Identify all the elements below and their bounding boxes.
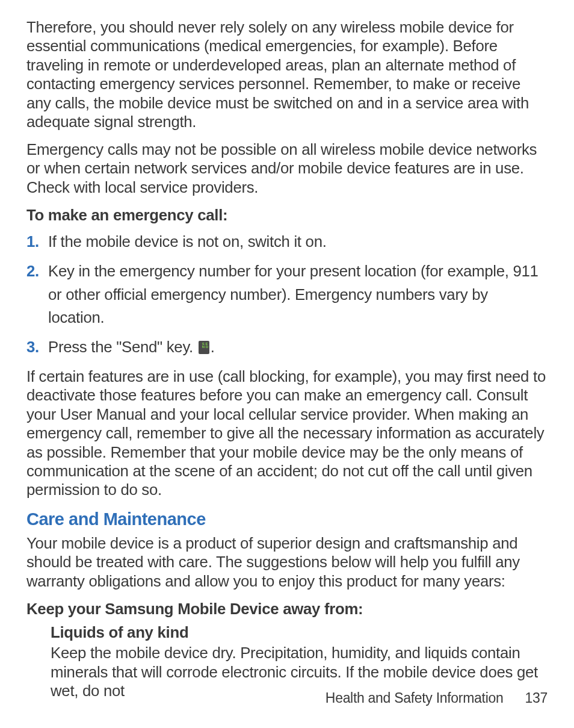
paragraph-care-intro: Your mobile device is a product of super… (26, 534, 548, 591)
paragraph-intro-2: Emergency calls may not be possible on a… (26, 140, 548, 197)
document-page: Therefore, you should never rely solely … (0, 0, 574, 701)
emergency-call-heading: To make an emergency call: (26, 207, 548, 224)
step-number: 1. (26, 230, 39, 254)
paragraph-features: If certain features are in use (call blo… (26, 367, 548, 500)
step-text-after: . (211, 338, 215, 355)
footer-section-label: Health and Safety Information (326, 690, 504, 706)
emergency-steps-list: 1. If the mobile device is not on, switc… (26, 230, 548, 358)
step-number: 3. (26, 335, 39, 359)
step-text: Key in the emergency number for your pre… (48, 263, 539, 326)
keep-away-heading: Keep your Samsung Mobile Device away fro… (26, 600, 548, 618)
paragraph-intro-1: Therefore, you should never rely solely … (26, 18, 548, 132)
footer-page-number: 137 (525, 690, 548, 706)
step-3: 3. Press the "Send" key. S E N D. (48, 335, 548, 359)
step-2: 2. Key in the emergency number for your … (48, 260, 548, 329)
care-maintenance-heading: Care and Maintenance (26, 509, 548, 529)
step-text: If the mobile device is not on, switch i… (48, 233, 327, 250)
liquids-block: Liquids of any kind Keep the mobile devi… (26, 624, 548, 700)
step-number: 2. (26, 260, 39, 283)
step-text-before: Press the "Send" key. (48, 338, 197, 355)
send-key-label: S E N D (202, 343, 209, 349)
liquids-heading: Liquids of any kind (51, 624, 548, 641)
step-1: 1. If the mobile device is not on, switc… (48, 230, 548, 254)
send-key-icon: S E N D (199, 341, 209, 354)
page-footer: Health and Safety Information 137 (326, 690, 548, 706)
